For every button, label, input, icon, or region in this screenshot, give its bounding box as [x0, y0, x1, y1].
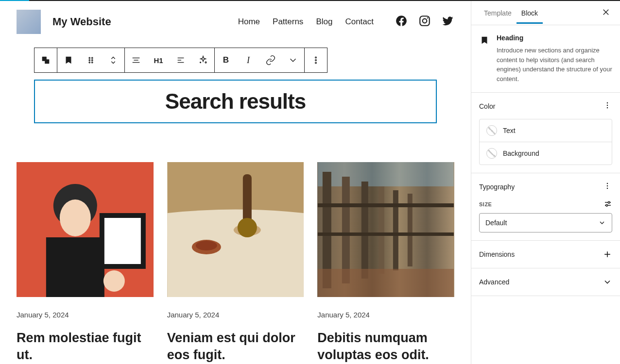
chevron-down-icon — [598, 219, 606, 227]
block-name: Heading — [497, 34, 612, 42]
sidebar-tabs: Template Block — [471, 1, 620, 25]
svg-point-32 — [238, 218, 257, 237]
post-card[interactable]: January 5, 2024 Veniam est qui dolor eos… — [167, 162, 304, 364]
svg-rect-38 — [393, 190, 398, 270]
svg-rect-37 — [379, 186, 384, 274]
background-color-row[interactable]: Background — [480, 142, 612, 165]
svg-point-48 — [607, 183, 608, 184]
post-date: January 5, 2024 — [17, 311, 154, 319]
select-parent-button[interactable] — [34, 48, 57, 72]
post-image — [167, 162, 304, 297]
svg-rect-4 — [45, 59, 49, 64]
tab-template[interactable]: Template — [479, 2, 517, 24]
site-logo[interactable] — [17, 10, 41, 34]
svg-point-50 — [607, 188, 608, 189]
svg-rect-35 — [342, 177, 350, 283]
dimensions-label: Dimensions — [479, 250, 515, 258]
chevron-down-icon — [603, 277, 612, 287]
heading-block-icon — [479, 35, 490, 46]
close-sidebar-button[interactable] — [600, 5, 612, 21]
posts-grid: January 5, 2024 Rem molestiae fugit ut. … — [0, 123, 471, 364]
svg-point-54 — [606, 204, 608, 206]
svg-point-1 — [423, 19, 427, 23]
dimensions-panel-toggle[interactable]: Dimensions — [471, 241, 620, 268]
post-card[interactable]: January 5, 2024 Rem molestiae fugit ut. — [17, 162, 154, 364]
typography-panel: Typography SIZE Default — [471, 173, 620, 241]
svg-point-5 — [89, 57, 90, 58]
svg-point-9 — [89, 62, 90, 63]
size-label: SIZE — [479, 201, 492, 207]
post-title[interactable]: Debitis numquam voluptas eos odit. — [317, 330, 454, 364]
post-image — [317, 162, 454, 297]
svg-point-2 — [427, 17, 429, 19]
color-panel-menu[interactable] — [603, 100, 612, 112]
size-settings-icon[interactable] — [603, 199, 612, 209]
settings-sidebar: Template Block Heading Introduce new sec… — [471, 1, 620, 364]
plus-icon — [603, 249, 612, 259]
drag-handle[interactable] — [80, 48, 102, 72]
svg-point-19 — [315, 57, 317, 58]
text-color-row[interactable]: Text — [480, 119, 612, 142]
post-title[interactable]: Veniam est qui dolor eos fugit. — [167, 330, 304, 364]
post-date: January 5, 2024 — [167, 311, 304, 319]
text-align-button[interactable] — [170, 48, 192, 72]
heading-level-button[interactable]: H1 — [147, 48, 170, 72]
svg-rect-27 — [168, 162, 304, 213]
svg-rect-41 — [318, 232, 454, 236]
block-description: Introduce new sections and organize cont… — [497, 46, 612, 83]
background-color-label: Background — [503, 149, 539, 157]
svg-point-46 — [607, 105, 608, 106]
site-title[interactable]: My Website — [52, 16, 226, 28]
svg-point-29 — [196, 241, 217, 250]
primary-nav: Home Patterns Blog Contact — [238, 17, 374, 27]
options-button[interactable] — [305, 48, 327, 72]
post-card[interactable]: January 5, 2024 Debitis numquam voluptas… — [317, 162, 454, 364]
nav-item-blog[interactable]: Blog — [316, 17, 332, 27]
facebook-icon[interactable] — [395, 15, 408, 29]
bold-button[interactable]: B — [215, 48, 237, 72]
advanced-label: Advanced — [479, 278, 509, 286]
svg-point-47 — [607, 107, 608, 109]
instagram-icon[interactable] — [418, 15, 431, 29]
svg-point-18 — [200, 62, 201, 63]
site-header: My Website Home Patterns Blog Contact — [0, 1, 471, 43]
more-formatting-button[interactable] — [282, 48, 304, 72]
svg-rect-30 — [243, 174, 252, 225]
nav-item-patterns[interactable]: Patterns — [273, 17, 303, 27]
svg-point-20 — [315, 60, 317, 61]
block-toolbar: H1 B I — [34, 48, 327, 73]
svg-rect-33 — [318, 162, 454, 186]
twitter-icon[interactable] — [442, 15, 454, 29]
post-image — [17, 162, 154, 297]
tab-block[interactable]: Block — [517, 2, 543, 24]
italic-button[interactable]: I — [237, 48, 259, 72]
svg-point-7 — [89, 60, 90, 61]
post-title[interactable]: Rem molestiae fugit ut. — [17, 330, 154, 364]
link-button[interactable] — [259, 48, 282, 72]
heading-block[interactable]: Search results — [34, 80, 437, 123]
svg-point-49 — [607, 185, 608, 187]
text-color-swatch — [486, 125, 497, 136]
size-value: Default — [485, 219, 507, 227]
move-up-down-button[interactable] — [102, 48, 124, 72]
typography-panel-title: Typography — [479, 183, 515, 191]
editor-canvas: My Website Home Patterns Blog Contact — [0, 1, 471, 364]
svg-point-45 — [607, 102, 608, 104]
align-button[interactable] — [125, 48, 147, 72]
svg-point-6 — [92, 57, 93, 58]
svg-rect-36 — [362, 182, 368, 279]
svg-rect-40 — [318, 203, 454, 207]
typography-panel-menu[interactable] — [603, 181, 612, 193]
svg-point-8 — [92, 60, 93, 61]
nav-item-home[interactable]: Home — [238, 17, 260, 27]
ai-button[interactable] — [192, 48, 214, 72]
block-type-button[interactable] — [57, 48, 80, 72]
social-icons — [395, 15, 454, 29]
nav-item-contact[interactable]: Contact — [345, 17, 374, 27]
advanced-panel-toggle[interactable]: Advanced — [471, 268, 620, 296]
size-select[interactable]: Default — [479, 213, 612, 232]
color-panel-title: Color — [479, 102, 495, 110]
heading-text[interactable]: Search results — [45, 89, 426, 114]
svg-point-21 — [315, 62, 317, 64]
post-date: January 5, 2024 — [317, 311, 454, 319]
